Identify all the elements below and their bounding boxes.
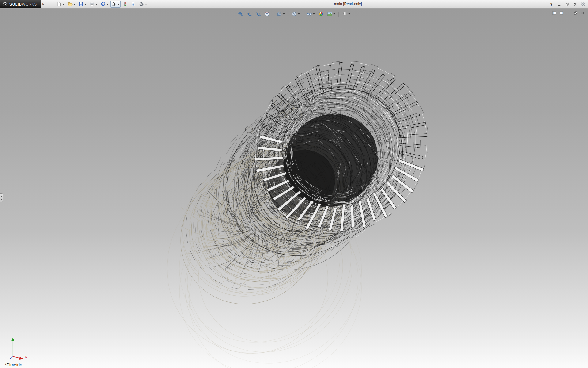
toolbar-separator bbox=[288, 12, 288, 17]
undo-icon bbox=[100, 2, 106, 7]
pane-right-icon bbox=[559, 11, 564, 15]
triad-x-label: x bbox=[25, 355, 27, 358]
close-icon bbox=[573, 2, 577, 6]
orientation-triad: x bbox=[1, 332, 31, 363]
zoom-fit-icon bbox=[238, 11, 243, 17]
file-properties-button[interactable] bbox=[130, 1, 137, 8]
undo-button[interactable] bbox=[99, 1, 110, 8]
edit-appearance-icon bbox=[318, 11, 324, 17]
file-properties-icon bbox=[131, 2, 136, 7]
brand-light: WORKS bbox=[22, 2, 37, 6]
dropdown-caret-icon[interactable] bbox=[298, 13, 300, 15]
checker-icon bbox=[581, 2, 585, 6]
options-gear-button[interactable] bbox=[138, 1, 148, 8]
brand-name: SOLIDWORKS bbox=[9, 2, 37, 6]
window-grid-button[interactable] bbox=[579, 1, 586, 7]
view-settings-icon bbox=[342, 11, 348, 17]
featuremanager-splitter-handle[interactable] bbox=[0, 193, 3, 202]
zoom-area-icon bbox=[247, 11, 252, 17]
dropdown-caret-icon[interactable] bbox=[313, 13, 315, 15]
brand-bold: SOLID bbox=[9, 2, 22, 6]
titlebar: SOLIDWORKS ▶ main [Read-only] ? bbox=[0, 0, 588, 9]
toggle-left-pane-button[interactable] bbox=[551, 10, 557, 16]
restore-icon bbox=[565, 2, 569, 6]
engine-wireframe-model bbox=[0, 9, 588, 368]
select-cursor-button[interactable] bbox=[110, 1, 121, 8]
main-toolbar bbox=[55, 0, 148, 8]
zoom-area-button[interactable] bbox=[246, 10, 253, 17]
restore-icon bbox=[573, 11, 578, 15]
display-style-icon bbox=[292, 11, 297, 17]
display-style-button[interactable] bbox=[291, 10, 301, 17]
minimize-icon bbox=[566, 11, 571, 15]
dropdown-caret-icon[interactable] bbox=[107, 4, 108, 5]
section-view-icon bbox=[265, 11, 270, 17]
restore-button[interactable] bbox=[564, 1, 571, 7]
view-orientation-label: *Dimetric bbox=[5, 362, 22, 367]
triad-x-axis bbox=[13, 356, 20, 358]
view-orientation-button[interactable] bbox=[276, 10, 286, 17]
dropdown-caret-icon[interactable] bbox=[118, 4, 119, 5]
dropdown-caret-icon[interactable] bbox=[334, 13, 335, 15]
open-folder-button[interactable] bbox=[66, 1, 77, 8]
dropdown-caret-icon[interactable] bbox=[349, 13, 350, 15]
open-folder-icon bbox=[67, 2, 73, 7]
viewport[interactable]: x *Dimetric bbox=[0, 9, 588, 368]
apply-scene-button[interactable] bbox=[326, 10, 337, 17]
options-gear-icon bbox=[139, 2, 144, 7]
dropdown-caret-icon[interactable] bbox=[74, 4, 75, 5]
save-button[interactable] bbox=[77, 1, 88, 8]
apply-scene-icon bbox=[327, 11, 333, 17]
save-icon bbox=[78, 2, 84, 7]
dropdown-caret-icon[interactable] bbox=[85, 4, 86, 5]
dropdown-caret-icon[interactable] bbox=[96, 4, 97, 5]
doc-close-button[interactable] bbox=[579, 10, 586, 16]
print-icon bbox=[89, 2, 95, 7]
solidworks-logo-icon bbox=[2, 2, 8, 7]
dropdown-caret-icon[interactable] bbox=[145, 4, 147, 5]
print-button[interactable] bbox=[88, 1, 99, 8]
previous-view-button[interactable] bbox=[254, 10, 262, 17]
previous-view-icon bbox=[256, 11, 261, 17]
view-settings-button[interactable] bbox=[341, 10, 352, 17]
view-orientation-icon bbox=[277, 11, 282, 17]
zoom-fit-button[interactable] bbox=[237, 10, 244, 17]
toggle-right-pane-button[interactable] bbox=[558, 10, 564, 16]
status-light-icon bbox=[123, 2, 128, 7]
hide-show-items-button[interactable] bbox=[306, 10, 316, 17]
select-cursor-icon bbox=[111, 2, 117, 7]
window-controls: ? bbox=[548, 0, 588, 8]
doc-restore-button[interactable] bbox=[572, 10, 579, 16]
help-icon: ? bbox=[549, 2, 553, 6]
minimize-icon bbox=[557, 2, 561, 6]
dropdown-caret-icon[interactable] bbox=[283, 13, 285, 15]
status-light-button[interactable] bbox=[121, 1, 129, 8]
triad-x-arrowhead bbox=[19, 357, 24, 360]
minimize-button[interactable] bbox=[556, 1, 563, 7]
triad-y-arrowhead bbox=[11, 337, 14, 341]
new-document-icon bbox=[56, 2, 62, 7]
pane-left-icon bbox=[552, 11, 557, 15]
hide-show-items-icon bbox=[307, 11, 312, 17]
svg-text:?: ? bbox=[550, 2, 552, 6]
toolbar-separator bbox=[273, 12, 273, 17]
new-document-button[interactable] bbox=[55, 1, 66, 8]
doc-minimize-button[interactable] bbox=[565, 10, 571, 16]
toolbar-separator bbox=[303, 12, 303, 17]
section-view-button[interactable] bbox=[263, 10, 271, 17]
document-window-controls bbox=[551, 10, 586, 16]
edit-appearance-button[interactable] bbox=[317, 10, 325, 17]
menu-flyout-arrow-icon[interactable]: ▶ bbox=[41, 0, 45, 8]
dropdown-caret-icon[interactable] bbox=[62, 4, 64, 5]
solidworks-logo[interactable]: SOLIDWORKS bbox=[0, 0, 41, 8]
close-button[interactable] bbox=[571, 1, 579, 7]
close-icon bbox=[580, 11, 585, 15]
triad-z-axis bbox=[10, 356, 13, 359]
window-title: main [Read-only] bbox=[148, 0, 548, 8]
toolbar-separator bbox=[339, 12, 339, 17]
headsup-toolbar bbox=[237, 10, 352, 17]
help-button[interactable]: ? bbox=[548, 1, 555, 7]
